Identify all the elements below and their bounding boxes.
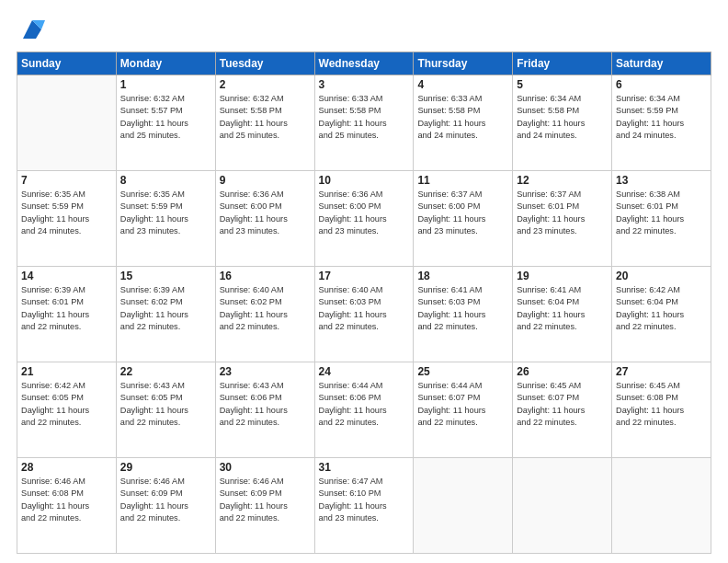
day-number: 8 <box>120 174 211 187</box>
day-number: 21 <box>21 365 112 378</box>
logo-icon <box>19 17 45 42</box>
calendar-cell: 12Sunrise: 6:37 AM Sunset: 6:01 PM Dayli… <box>513 171 612 267</box>
day-info: Sunrise: 6:34 AM Sunset: 5:58 PM Dayligh… <box>517 93 608 142</box>
day-number: 13 <box>616 174 707 187</box>
day-info: Sunrise: 6:32 AM Sunset: 5:58 PM Dayligh… <box>220 93 311 142</box>
weekday-monday: Monday <box>116 52 215 75</box>
day-info: Sunrise: 6:32 AM Sunset: 5:57 PM Dayligh… <box>120 93 211 142</box>
day-number: 14 <box>21 270 112 282</box>
day-number: 24 <box>319 365 410 378</box>
calendar-cell: 16Sunrise: 6:40 AM Sunset: 6:02 PM Dayli… <box>215 267 314 362</box>
calendar-cell: 24Sunrise: 6:44 AM Sunset: 6:06 PM Dayli… <box>314 362 414 458</box>
day-number: 30 <box>220 461 311 474</box>
day-number: 12 <box>517 174 608 187</box>
calendar-cell: 6Sunrise: 6:34 AM Sunset: 5:59 PM Daylig… <box>612 75 711 171</box>
day-info: Sunrise: 6:34 AM Sunset: 5:59 PM Dayligh… <box>616 93 707 142</box>
day-info: Sunrise: 6:36 AM Sunset: 6:00 PM Dayligh… <box>220 189 311 237</box>
day-number: 1 <box>120 78 211 91</box>
day-info: Sunrise: 6:39 AM Sunset: 6:01 PM Dayligh… <box>21 284 112 333</box>
weekday-friday: Friday <box>513 52 612 75</box>
day-number: 10 <box>319 174 410 187</box>
calendar-week-1: 1Sunrise: 6:32 AM Sunset: 5:57 PM Daylig… <box>17 75 711 171</box>
day-info: Sunrise: 6:46 AM Sunset: 6:09 PM Dayligh… <box>120 476 211 524</box>
day-info: Sunrise: 6:36 AM Sunset: 6:00 PM Dayligh… <box>319 189 410 237</box>
day-info: Sunrise: 6:37 AM Sunset: 6:01 PM Dayligh… <box>517 189 608 237</box>
day-info: Sunrise: 6:38 AM Sunset: 6:01 PM Dayligh… <box>616 189 707 237</box>
day-info: Sunrise: 6:44 AM Sunset: 6:07 PM Dayligh… <box>417 380 508 429</box>
calendar-week-2: 7Sunrise: 6:35 AM Sunset: 5:59 PM Daylig… <box>17 171 711 267</box>
day-number: 15 <box>120 270 211 282</box>
day-info: Sunrise: 6:46 AM Sunset: 6:08 PM Dayligh… <box>21 476 112 524</box>
calendar-cell: 29Sunrise: 6:46 AM Sunset: 6:09 PM Dayli… <box>116 458 215 554</box>
calendar-cell: 17Sunrise: 6:40 AM Sunset: 6:03 PM Dayli… <box>314 267 414 362</box>
day-info: Sunrise: 6:42 AM Sunset: 6:04 PM Dayligh… <box>616 284 707 333</box>
calendar-cell: 25Sunrise: 6:44 AM Sunset: 6:07 PM Dayli… <box>414 362 513 458</box>
day-info: Sunrise: 6:39 AM Sunset: 6:02 PM Dayligh… <box>120 284 211 333</box>
calendar-cell <box>513 458 612 554</box>
day-number: 5 <box>517 78 608 91</box>
calendar-table: SundayMondayTuesdayWednesdayThursdayFrid… <box>17 52 711 554</box>
calendar-cell: 26Sunrise: 6:45 AM Sunset: 6:07 PM Dayli… <box>513 362 612 458</box>
calendar-week-3: 14Sunrise: 6:39 AM Sunset: 6:01 PM Dayli… <box>17 267 711 362</box>
calendar-cell: 27Sunrise: 6:45 AM Sunset: 6:08 PM Dayli… <box>612 362 711 458</box>
calendar-cell: 4Sunrise: 6:33 AM Sunset: 5:58 PM Daylig… <box>414 75 513 171</box>
day-info: Sunrise: 6:47 AM Sunset: 6:10 PM Dayligh… <box>319 476 410 524</box>
day-number: 9 <box>220 174 311 187</box>
calendar-cell: 23Sunrise: 6:43 AM Sunset: 6:06 PM Dayli… <box>215 362 314 458</box>
day-info: Sunrise: 6:42 AM Sunset: 6:05 PM Dayligh… <box>21 380 112 429</box>
weekday-wednesday: Wednesday <box>314 52 414 75</box>
weekday-saturday: Saturday <box>612 52 711 75</box>
day-number: 2 <box>220 78 311 91</box>
page: SundayMondayTuesdayWednesdayThursdayFrid… <box>0 0 728 563</box>
day-number: 19 <box>517 270 608 282</box>
day-info: Sunrise: 6:43 AM Sunset: 6:05 PM Dayligh… <box>120 380 211 429</box>
day-number: 11 <box>417 174 508 187</box>
calendar-cell: 8Sunrise: 6:35 AM Sunset: 5:59 PM Daylig… <box>116 171 215 267</box>
calendar-cell: 1Sunrise: 6:32 AM Sunset: 5:57 PM Daylig… <box>116 75 215 171</box>
day-number: 31 <box>319 461 410 474</box>
calendar-week-5: 28Sunrise: 6:46 AM Sunset: 6:08 PM Dayli… <box>17 458 711 554</box>
day-info: Sunrise: 6:45 AM Sunset: 6:07 PM Dayligh… <box>517 380 608 429</box>
day-number: 7 <box>21 174 112 187</box>
day-number: 26 <box>517 365 608 378</box>
day-number: 16 <box>220 270 311 282</box>
calendar-cell: 15Sunrise: 6:39 AM Sunset: 6:02 PM Dayli… <box>116 267 215 362</box>
day-number: 22 <box>120 365 211 378</box>
day-info: Sunrise: 6:35 AM Sunset: 5:59 PM Dayligh… <box>21 189 112 237</box>
day-number: 6 <box>616 78 707 91</box>
logo <box>17 17 45 42</box>
day-info: Sunrise: 6:44 AM Sunset: 6:06 PM Dayligh… <box>319 380 410 429</box>
day-info: Sunrise: 6:35 AM Sunset: 5:59 PM Dayligh… <box>120 189 211 237</box>
calendar-cell: 30Sunrise: 6:46 AM Sunset: 6:09 PM Dayli… <box>215 458 314 554</box>
calendar-week-4: 21Sunrise: 6:42 AM Sunset: 6:05 PM Dayli… <box>17 362 711 458</box>
day-number: 4 <box>417 78 508 91</box>
day-info: Sunrise: 6:40 AM Sunset: 6:03 PM Dayligh… <box>319 284 410 333</box>
calendar-cell: 18Sunrise: 6:41 AM Sunset: 6:03 PM Dayli… <box>414 267 513 362</box>
header <box>17 17 711 42</box>
calendar-cell <box>17 75 117 171</box>
day-info: Sunrise: 6:40 AM Sunset: 6:02 PM Dayligh… <box>220 284 311 333</box>
calendar-cell <box>414 458 513 554</box>
calendar-cell <box>612 458 711 554</box>
day-number: 28 <box>21 461 112 474</box>
calendar-cell: 20Sunrise: 6:42 AM Sunset: 6:04 PM Dayli… <box>612 267 711 362</box>
calendar-cell: 22Sunrise: 6:43 AM Sunset: 6:05 PM Dayli… <box>116 362 215 458</box>
calendar-cell: 7Sunrise: 6:35 AM Sunset: 5:59 PM Daylig… <box>17 171 117 267</box>
day-number: 3 <box>319 78 410 91</box>
day-info: Sunrise: 6:41 AM Sunset: 6:04 PM Dayligh… <box>517 284 608 333</box>
day-number: 27 <box>616 365 707 378</box>
day-number: 23 <box>220 365 311 378</box>
calendar-cell: 19Sunrise: 6:41 AM Sunset: 6:04 PM Dayli… <box>513 267 612 362</box>
day-info: Sunrise: 6:45 AM Sunset: 6:08 PM Dayligh… <box>616 380 707 429</box>
day-number: 18 <box>417 270 508 282</box>
day-number: 20 <box>616 270 707 282</box>
day-info: Sunrise: 6:37 AM Sunset: 6:00 PM Dayligh… <box>417 189 508 237</box>
day-info: Sunrise: 6:46 AM Sunset: 6:09 PM Dayligh… <box>220 476 311 524</box>
calendar-cell: 2Sunrise: 6:32 AM Sunset: 5:58 PM Daylig… <box>215 75 314 171</box>
calendar-cell: 28Sunrise: 6:46 AM Sunset: 6:08 PM Dayli… <box>17 458 117 554</box>
calendar-cell: 14Sunrise: 6:39 AM Sunset: 6:01 PM Dayli… <box>17 267 117 362</box>
calendar-cell: 21Sunrise: 6:42 AM Sunset: 6:05 PM Dayli… <box>17 362 117 458</box>
day-info: Sunrise: 6:33 AM Sunset: 5:58 PM Dayligh… <box>417 93 508 142</box>
day-number: 25 <box>417 365 508 378</box>
weekday-tuesday: Tuesday <box>215 52 314 75</box>
